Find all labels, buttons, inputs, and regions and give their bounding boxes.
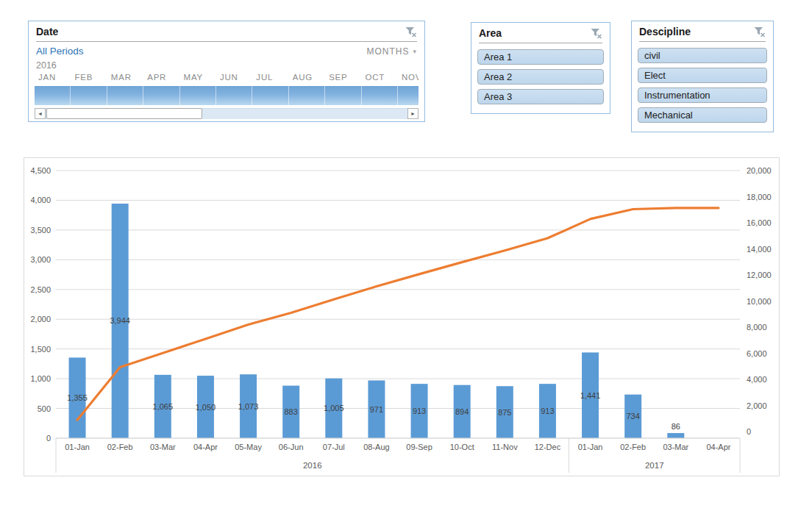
chart-canvas: 05001,0001,5002,0002,5003,0003,5004,0004… <box>24 158 779 476</box>
clear-filter-icon[interactable] <box>405 26 417 38</box>
scroll-left-button[interactable]: ◄ <box>35 108 46 119</box>
descipline-slicer-header: Descipline <box>632 21 773 40</box>
right-axis-tick: 18,000 <box>747 193 772 201</box>
right-axis-tick: 20,000 <box>747 166 772 175</box>
timeline-month-cell[interactable] <box>398 86 419 105</box>
category-label: 03-Mar <box>150 443 176 451</box>
bar-03-Mar[interactable] <box>667 433 684 438</box>
left-axis-tick: 2,500 <box>30 285 51 294</box>
descipline-slicer-items: civilElectInstrumentationMechanical <box>632 42 773 123</box>
timeline-month-cell[interactable] <box>35 86 71 105</box>
timeline-month-cell[interactable] <box>180 86 216 105</box>
right-axis-tick: 4,000 <box>747 375 767 384</box>
month-label: AUG <box>289 73 325 85</box>
slicer-item-button[interactable]: Area 2 <box>477 69 604 85</box>
right-axis-tick: 14,000 <box>747 245 772 254</box>
slicer-item-button[interactable]: Mechanical <box>638 107 767 123</box>
category-label: 03-Mar <box>663 443 688 451</box>
category-label: 07-Jul <box>323 443 345 451</box>
category-label: 05-May <box>235 443 262 451</box>
date-slicer-title: Date <box>36 26 58 37</box>
bar-data-label: 1,073 <box>238 402 259 411</box>
slicer-item-button[interactable]: Area 3 <box>477 89 604 104</box>
scrollbar-thumb[interactable] <box>46 108 202 119</box>
category-label: 01-Jan <box>578 443 603 451</box>
bar-data-label: 913 <box>541 407 554 415</box>
timeline-month-cell[interactable] <box>143 86 179 105</box>
descipline-slicer-title: Descipline <box>639 26 691 37</box>
left-axis-tick: 2,000 <box>30 315 51 323</box>
left-axis-tick: 4,500 <box>30 166 51 175</box>
slicer-item-button[interactable]: civil <box>638 48 767 63</box>
category-label: 10-Oct <box>450 443 474 451</box>
category-label: 02-Feb <box>107 443 133 451</box>
timeline-year-label: 2016 <box>29 57 424 71</box>
clear-filter-icon[interactable] <box>590 27 602 40</box>
bar-data-label: 86 <box>672 422 680 431</box>
bar-data-label: 913 <box>413 407 426 415</box>
bar-data-label: 1,065 <box>153 402 174 411</box>
left-axis-tick: 500 <box>38 404 51 413</box>
area-slicer-title: Area <box>479 27 502 39</box>
category-label: 12-Dec <box>535 443 561 451</box>
year-group-label: 2017 <box>645 461 664 470</box>
descipline-slicer-panel: Descipline civilElectInstrumentationMech… <box>631 21 774 132</box>
bar-data-label: 875 <box>498 408 511 417</box>
right-axis-tick: 12,000 <box>747 271 772 279</box>
bar-data-label: 1,355 <box>67 393 88 402</box>
date-slicer-panel: Date All Periods MONTHS ▾ 2016 JANFEBMAR… <box>28 21 425 122</box>
timeline-scrollbar: ◄ ► <box>35 108 419 119</box>
slicer-item-button[interactable]: Elect <box>638 68 767 83</box>
timeline-month-cell[interactable] <box>107 86 143 105</box>
category-label: 02-Feb <box>620 443 646 451</box>
category-label: 11-Nov <box>492 443 518 451</box>
bar-data-label: 1,050 <box>196 403 216 412</box>
area-slicer-header: Area <box>471 23 610 41</box>
bar-data-label: 971 <box>370 405 383 414</box>
right-axis-tick: 6,000 <box>747 349 767 358</box>
category-label: 06-Jun <box>279 443 304 451</box>
month-label: OCT <box>362 73 398 85</box>
category-label: 01-Jan <box>65 443 90 451</box>
month-label: APR <box>143 73 179 85</box>
slicer-item-button[interactable]: Instrumentation <box>638 87 767 103</box>
bar-data-label: 883 <box>285 407 298 416</box>
year-group-label: 2016 <box>303 461 322 470</box>
month-label: JAN <box>35 73 71 85</box>
area-slicer-items: Area 1Area 2Area 3 <box>471 43 610 104</box>
right-axis-tick: 8,000 <box>747 323 767 332</box>
area-slicer-panel: Area Area 1Area 2Area 3 <box>471 22 610 114</box>
combo-chart: 05001,0001,5002,0002,5003,0003,5004,0004… <box>24 157 780 476</box>
category-label: 04-Apr <box>706 443 730 451</box>
timeline-month-cell[interactable] <box>362 86 398 105</box>
selected-period-label: All Periods <box>36 46 84 57</box>
month-label: SEP <box>325 73 361 85</box>
timeline-month-cell[interactable] <box>216 86 252 105</box>
scrollbar-track[interactable] <box>46 108 407 119</box>
left-axis-tick: 1,000 <box>30 374 51 383</box>
clear-filter-icon[interactable] <box>753 26 766 38</box>
right-axis-tick: 0 <box>747 427 751 436</box>
bar-data-label: 1,441 <box>580 391 601 400</box>
granularity-dropdown[interactable]: MONTHS ▾ <box>366 46 417 57</box>
month-label: MAY <box>180 73 216 85</box>
right-axis-tick: 2,000 <box>747 401 767 410</box>
timeline-selection-bar <box>35 86 419 105</box>
left-axis-tick: 1,500 <box>30 345 51 354</box>
month-label: JUL <box>252 73 288 85</box>
date-slicer-header: Date <box>29 21 424 40</box>
scroll-right-button[interactable]: ► <box>407 108 419 119</box>
right-axis-tick: 16,000 <box>747 218 772 227</box>
category-label: 08-Aug <box>363 443 389 451</box>
month-label: FEB <box>71 73 107 85</box>
month-label: JUN <box>216 73 252 85</box>
left-axis-tick: 3,500 <box>30 226 51 235</box>
cumulative-line[interactable] <box>77 208 719 420</box>
timeline-month-cell[interactable] <box>252 86 288 105</box>
bar-data-label: 894 <box>455 407 469 416</box>
slicer-item-button[interactable]: Area 1 <box>477 49 604 65</box>
timeline-month-cell[interactable] <box>71 86 107 105</box>
timeline-month-cell[interactable] <box>289 86 325 105</box>
right-axis-tick: 10,000 <box>747 297 772 306</box>
timeline-month-cell[interactable] <box>325 86 361 105</box>
